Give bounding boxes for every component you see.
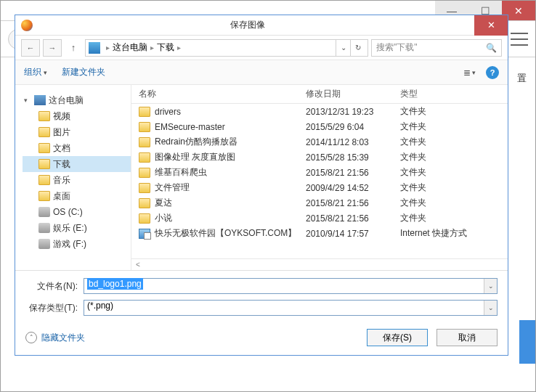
- row-type: Internet 快捷方式: [400, 227, 508, 240]
- tree-item[interactable]: 下载: [23, 156, 131, 172]
- row-name: 夏达: [155, 197, 172, 209]
- tree-item-label: 游戏 (F:): [53, 237, 86, 251]
- filetype-label: 保存类型(T):: [25, 302, 84, 314]
- search-input[interactable]: 搜索"下载" 🔍: [371, 39, 502, 57]
- row-date: 2013/12/31 19:23: [306, 107, 400, 117]
- row-date: 2015/8/21 21:56: [306, 213, 400, 224]
- dialog-title: 保存图像: [21, 19, 474, 31]
- tree-item-label: 音乐: [53, 173, 70, 187]
- folder-icon: [139, 152, 150, 163]
- list-row[interactable]: drivers2013/12/31 19:23文件夹: [131, 104, 508, 119]
- tree-item[interactable]: 图片: [23, 124, 131, 140]
- nav-up-button[interactable]: ↑: [65, 39, 82, 57]
- filename-dropdown-button[interactable]: ⌄: [484, 279, 497, 293]
- row-date: 2015/5/28 15:39: [306, 152, 400, 163]
- drv-icon: [38, 207, 50, 217]
- breadcrumb-root[interactable]: 这台电脑: [113, 41, 147, 54]
- list-row[interactable]: 图像处理 灰度直放图2015/5/28 15:39文件夹: [131, 150, 508, 165]
- breadcrumb-refresh-button[interactable]: ↻: [350, 40, 365, 56]
- breadcrumb-dropdown-button[interactable]: ⌄: [336, 40, 350, 56]
- list-rows[interactable]: drivers2013/12/31 19:23文件夹EMSecure-maste…: [131, 104, 508, 258]
- row-date: 2014/11/12 8:03: [306, 137, 400, 147]
- folder-icon: [139, 122, 150, 132]
- row-date: 2009/4/29 14:52: [306, 183, 400, 193]
- row-type: 文件夹: [400, 105, 508, 118]
- save-button[interactable]: 保存(S): [367, 329, 428, 346]
- dialog-close-button[interactable]: ✕: [474, 15, 508, 36]
- breadcrumb-path[interactable]: 下载: [157, 41, 174, 54]
- page-text: 置: [517, 72, 527, 85]
- row-type: 文件夹: [400, 121, 508, 133]
- fld-icon: [38, 143, 50, 153]
- dialog-body: ▾这台电脑视频图片文档下载音乐桌面OS (C:)娱乐 (E:)游戏 (F:) 名…: [15, 85, 508, 271]
- folder-icon: [139, 213, 150, 224]
- list-row[interactable]: 维基百科爬虫2015/8/21 21:56文件夹: [131, 165, 508, 180]
- search-icon[interactable]: 🔍: [486, 43, 497, 53]
- dialog-titlebar[interactable]: 保存图像 ✕: [15, 15, 508, 36]
- filename-input[interactable]: bd_logo1.png: [84, 278, 498, 294]
- dialog-toolbar: 组织 ▾ 新建文件夹 ≣ ▾ ?: [15, 60, 508, 85]
- row-type: 文件夹: [400, 166, 508, 179]
- tree-item[interactable]: OS (C:): [23, 204, 131, 220]
- tree-item[interactable]: ▾这台电脑: [23, 92, 131, 108]
- save-dialog: 保存图像 ✕ ← → ↑ ▸ 这台电脑 ▸ 下载 ▸ ⌄ ↻ 搜索"下载" 🔍 …: [15, 15, 508, 356]
- folder-tree[interactable]: ▾这台电脑视频图片文档下载音乐桌面OS (C:)娱乐 (E:)游戏 (F:): [15, 85, 131, 270]
- tree-item-label: OS (C:): [53, 205, 83, 219]
- nav-back-button[interactable]: ←: [21, 39, 40, 57]
- list-row[interactable]: 小说2015/8/21 21:56文件夹: [131, 211, 508, 226]
- fld-icon: [38, 127, 50, 137]
- horizontal-scrollbar[interactable]: <: [131, 258, 508, 270]
- drv-icon: [38, 239, 50, 249]
- hide-folders-label: 隐藏文件夹: [41, 332, 85, 344]
- help-button[interactable]: ?: [486, 66, 499, 79]
- column-name-header[interactable]: 名称: [131, 88, 306, 100]
- tree-item-label: 下载: [53, 157, 70, 171]
- row-date: 2015/8/21 21:56: [306, 168, 400, 178]
- breadcrumb[interactable]: ▸ 这台电脑 ▸ 下载 ▸ ⌄ ↻: [85, 39, 368, 57]
- dialog-footer: ˄ 隐藏文件夹 保存(S) 取消: [15, 324, 508, 355]
- chevron-right-icon: ▸: [103, 44, 113, 52]
- list-header: 名称 修改日期 类型: [131, 85, 508, 104]
- list-row[interactable]: EMSecure-master2015/5/29 6:04文件夹: [131, 119, 508, 134]
- hide-folders-toggle[interactable]: ˄ 隐藏文件夹: [25, 332, 85, 344]
- organize-button[interactable]: 组织 ▾: [24, 66, 47, 78]
- chevron-down-icon: ▾: [472, 69, 476, 76]
- folder-icon: [139, 168, 150, 178]
- list-row[interactable]: 文件管理2009/4/29 14:52文件夹: [131, 180, 508, 195]
- row-type: 文件夹: [400, 136, 508, 148]
- tree-item[interactable]: 视频: [23, 108, 131, 124]
- filename-label: 文件名(N):: [25, 280, 84, 293]
- folder-icon: [139, 137, 150, 147]
- row-name: 快乐无极软件园【OYKSOFT.COM】: [155, 227, 296, 240]
- tree-item-label: 这台电脑: [49, 93, 84, 107]
- column-date-header[interactable]: 修改日期: [306, 88, 400, 100]
- row-name: 维基百科爬虫: [155, 166, 207, 179]
- tree-item[interactable]: 文档: [23, 140, 131, 156]
- row-name: EMSecure-master: [155, 122, 225, 132]
- browser-menu-button[interactable]: [511, 33, 528, 46]
- tree-item[interactable]: 桌面: [23, 188, 131, 204]
- folder-icon: [139, 183, 150, 193]
- list-row[interactable]: Redrain仿酷狗播放器2014/11/12 8:03文件夹: [131, 134, 508, 150]
- row-name: 小说: [155, 212, 172, 224]
- side-panel-stub: [519, 320, 535, 364]
- view-mode-button[interactable]: ≣ ▾: [463, 68, 476, 78]
- list-row[interactable]: 夏达2015/8/21 21:56文件夹: [131, 195, 508, 211]
- tree-item[interactable]: 娱乐 (E:): [23, 220, 131, 236]
- filetype-select[interactable]: (*.png): [84, 300, 498, 316]
- nav-forward-button[interactable]: →: [43, 39, 62, 57]
- shortcut-icon: [139, 229, 150, 239]
- row-date: 2010/9/14 17:57: [306, 229, 400, 239]
- row-type: 文件夹: [400, 197, 508, 209]
- new-folder-button[interactable]: 新建文件夹: [62, 66, 105, 78]
- column-type-header[interactable]: 类型: [400, 88, 508, 100]
- list-row[interactable]: 快乐无极软件园【OYKSOFT.COM】2010/9/14 17:57Inter…: [131, 226, 508, 241]
- fld-icon: [38, 111, 50, 121]
- pc-icon: [89, 42, 100, 54]
- row-name: 图像处理 灰度直放图: [155, 151, 235, 163]
- cancel-button[interactable]: 取消: [436, 329, 498, 346]
- tree-item[interactable]: 游戏 (F:): [23, 236, 131, 252]
- filetype-dropdown-button[interactable]: ⌄: [484, 301, 497, 315]
- tree-item[interactable]: 音乐: [23, 172, 131, 188]
- search-placeholder: 搜索"下载": [376, 41, 418, 54]
